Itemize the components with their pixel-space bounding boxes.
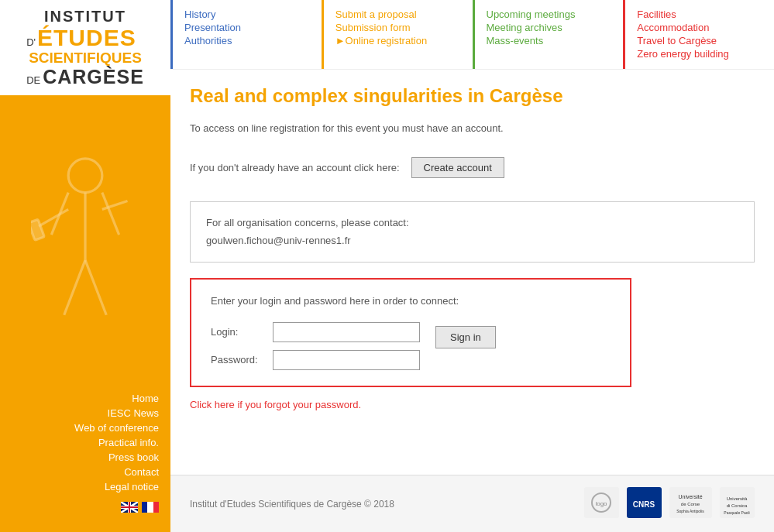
- decorative-figure-icon: [31, 150, 139, 336]
- footer-text: Institut d'Etudes Scientifiques de Cargè…: [190, 499, 394, 510]
- create-account-button[interactable]: Create account: [411, 157, 504, 178]
- logo-d: D': [26, 37, 36, 48]
- svg-text:logo: logo: [595, 500, 607, 507]
- login-input[interactable]: [273, 322, 420, 342]
- sidebar-decorative-icon-area: [23, 95, 147, 391]
- logo-institut: INSTITUT: [26, 8, 144, 25]
- svg-text:Université: Université: [678, 494, 702, 499]
- nav-section-facilities: Facilities Accommodation Travel to Cargè…: [623, 0, 774, 69]
- nav-item-authorities[interactable]: Authorities: [184, 34, 310, 47]
- content-area: Real and complex singularities in Cargès…: [170, 70, 774, 475]
- logo-etudes: ÉTUDES: [37, 25, 136, 50]
- svg-text:di Corsica: di Corsica: [727, 503, 748, 508]
- sidebar-item-iesc-news[interactable]: IESC News: [0, 406, 159, 420]
- contact-box: For all organisation concerns, please co…: [190, 201, 755, 263]
- nav-item-accommodation[interactable]: Accommodation: [637, 21, 762, 34]
- sidebar-item-legal-notice[interactable]: Legal notice: [0, 479, 159, 494]
- sidebar-item-home[interactable]: Home: [0, 391, 159, 406]
- flag-french[interactable]: [142, 502, 159, 513]
- sidebar-item-web-of-conference[interactable]: Web of conference: [0, 420, 159, 435]
- login-box-title: Enter your login and password here in or…: [211, 295, 611, 307]
- svg-line-2: [102, 193, 119, 235]
- nav-section-meetings: Upcoming meetings Meeting archives Mass-…: [473, 0, 624, 69]
- nav-section-proposals: Submit a proposal Submission form ►Onlin…: [322, 0, 473, 69]
- partner-logo-pasquale: Università di Corsica Pasquale Paoli: [720, 487, 755, 520]
- nav-item-submission-form[interactable]: Submission form: [335, 21, 461, 34]
- svg-line-6: [39, 210, 68, 227]
- password-input[interactable]: [273, 350, 420, 370]
- logo-decargese: DE CARGÈSE: [26, 67, 144, 88]
- svg-line-4: [64, 260, 85, 315]
- svg-text:CNRS: CNRS: [633, 500, 655, 509]
- nav-item-presentation[interactable]: Presentation: [184, 21, 310, 34]
- logo-text: INSTITUT D' ÉTUDES SCIENTIFIQUES DE CARG…: [26, 8, 144, 88]
- svg-text:Università: Università: [727, 496, 748, 501]
- contact-line1: For all organisation concerns, please co…: [206, 214, 738, 232]
- partner-logo-1: logo: [584, 487, 619, 520]
- create-account-label: If you don't already have an account cli…: [190, 162, 400, 173]
- flag-english[interactable]: [121, 502, 138, 513]
- partner-logo-cnrs: CNRS: [627, 487, 662, 520]
- sidebar-navigation: Home IESC News Web of conference Practic…: [0, 391, 170, 502]
- logo-de: DE: [26, 75, 40, 86]
- logo-detudes: D' ÉTUDES: [26, 25, 144, 50]
- contact-email: goulwen.fichou@univ-rennes1.fr: [206, 232, 738, 249]
- login-label: Login:: [211, 326, 265, 338]
- svg-point-0: [68, 159, 102, 193]
- svg-text:Sophia Antipolis: Sophia Antipolis: [676, 509, 704, 513]
- login-box: Enter your login and password here in or…: [190, 278, 631, 387]
- nav-item-mass-events[interactable]: Mass-events: [487, 34, 612, 47]
- sidebar-item-contact[interactable]: Contact: [0, 465, 159, 479]
- footer-logos: logo CNRS Université de Corse Sophia Ant…: [584, 487, 755, 520]
- logo-cargese: CARGÈSE: [43, 67, 144, 88]
- svg-text:Pasquale Paoli: Pasquale Paoli: [724, 510, 749, 515]
- top-navigation: History Presentation Authorities Submit …: [170, 0, 774, 70]
- password-row: Password:: [211, 350, 420, 370]
- sidebar-item-practical-info[interactable]: Practical info.: [0, 435, 159, 450]
- language-flags: [0, 502, 170, 517]
- svg-text:de Corse: de Corse: [681, 502, 700, 506]
- forgot-password-link[interactable]: Click here if you forgot your password.: [190, 399, 361, 410]
- svg-line-5: [85, 260, 106, 315]
- logo-area: INSTITUT D' ÉTUDES SCIENTIFIQUES DE CARG…: [0, 0, 170, 95]
- nav-item-travel[interactable]: Travel to Cargèse: [637, 34, 762, 47]
- logo-scientifiques: SCIENTIFIQUES: [26, 50, 144, 67]
- password-label: Password:: [211, 354, 265, 366]
- nav-item-facilities[interactable]: Facilities: [637, 8, 762, 21]
- sidebar: INSTITUT D' ÉTUDES SCIENTIFIQUES DE CARG…: [0, 0, 170, 532]
- login-row: Login:: [211, 322, 420, 342]
- nav-item-zero-energy[interactable]: Zero energy building: [637, 47, 762, 60]
- nav-item-submit-proposal[interactable]: Submit a proposal: [335, 8, 461, 21]
- nav-item-upcoming-meetings[interactable]: Upcoming meetings: [487, 8, 612, 21]
- sidebar-item-press-book[interactable]: Press book: [0, 450, 159, 465]
- page-title: Real and complex singularities in Cargès…: [190, 85, 755, 107]
- svg-rect-7: [31, 219, 44, 240]
- nav-item-meeting-archives[interactable]: Meeting archives: [487, 21, 612, 34]
- sign-in-button[interactable]: Sign in: [435, 326, 496, 348]
- nav-item-history[interactable]: History: [184, 8, 310, 21]
- footer: Institut d'Etudes Scientifiques de Cargè…: [170, 475, 774, 532]
- create-account-row: If you don't already have an account cli…: [190, 157, 755, 178]
- partner-logo-universite: Université de Corse Sophia Antipolis: [669, 487, 712, 520]
- login-form: Login: Password: Sign in: [211, 322, 611, 370]
- nav-item-online-registration[interactable]: ►Online registration: [335, 34, 461, 47]
- main-content: History Presentation Authorities Submit …: [170, 0, 774, 532]
- login-fields: Login: Password:: [211, 322, 420, 370]
- nav-section-about: History Presentation Authorities: [170, 0, 322, 69]
- info-text: To access on line registration for this …: [190, 122, 755, 134]
